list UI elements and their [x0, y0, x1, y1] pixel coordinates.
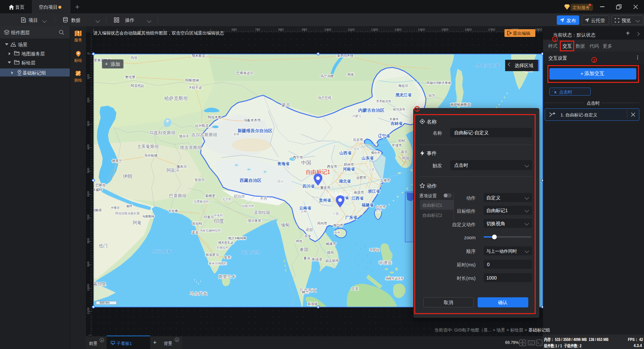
- svg-text:400: 400: [86, 144, 90, 150]
- svg-text:1200: 1200: [371, 28, 378, 31]
- svg-text:1100: 1100: [348, 28, 355, 31]
- svg-text:300: 300: [86, 121, 90, 126]
- svg-text:800: 800: [278, 28, 284, 31]
- svg-text:1100: 1100: [86, 307, 90, 314]
- svg-text:700: 700: [86, 215, 90, 220]
- svg-text:700: 700: [255, 28, 260, 31]
- svg-text:1900: 1900: [535, 28, 542, 31]
- svg-text:200: 200: [86, 98, 90, 103]
- svg-text:1400: 1400: [418, 28, 425, 31]
- svg-text:100: 100: [86, 74, 90, 80]
- svg-text:500: 500: [86, 168, 90, 173]
- svg-text:600: 600: [231, 28, 237, 31]
- svg-text:600: 600: [86, 191, 90, 197]
- svg-text:800: 800: [86, 238, 90, 243]
- svg-text:1000: 1000: [86, 284, 90, 291]
- svg-text:900: 900: [86, 261, 90, 267]
- svg-text:1700: 1700: [488, 28, 495, 31]
- svg-text:1000: 1000: [324, 28, 331, 31]
- svg-text:0: 0: [86, 52, 90, 54]
- svg-text:900: 900: [302, 28, 307, 31]
- svg-text:1300: 1300: [394, 28, 401, 31]
- svg-text:1500: 1500: [441, 28, 448, 31]
- svg-text:1600: 1600: [465, 28, 472, 31]
